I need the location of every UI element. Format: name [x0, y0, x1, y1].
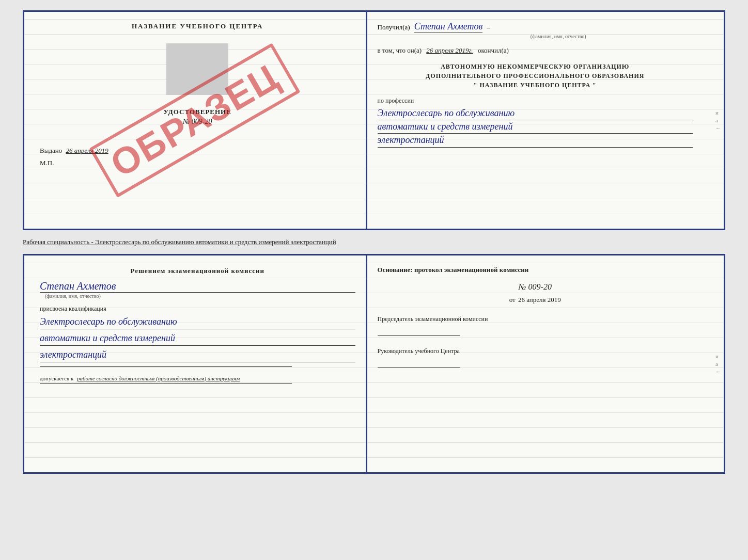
- dopusk-prefix: допускается к: [40, 375, 73, 381]
- chairman-block: Председатель экзаменационной комиссии: [378, 314, 693, 336]
- prof-block: по профессии Электрослесарь по обслужива…: [378, 97, 693, 148]
- qual-line2: автоматики и средств измерений: [40, 331, 355, 346]
- side-decorations: и а ←: [715, 109, 721, 131]
- cert-title: НАЗВАНИЕ УЧЕБНОГО ЦЕНТРА: [40, 22, 355, 30]
- middle-specialty-text: Рабочая специальность - Электрослесарь п…: [23, 235, 725, 249]
- qual-line3: электростанций: [40, 348, 355, 362]
- protocol-date-prefix: от: [509, 296, 516, 303]
- received-name: Степан Ахметов: [414, 21, 483, 33]
- cert-type-label: УДОСТОВЕРЕНИЕ: [40, 108, 355, 116]
- chairman-label: Председатель экзаменационной комиссии: [378, 314, 693, 324]
- photo-placeholder: [166, 43, 228, 95]
- fio-subtitle-bottom: (фамилия, имя, отчество): [45, 293, 355, 299]
- top-left-page: НАЗВАНИЕ УЧЕБНОГО ЦЕНТРА УДОСТОВЕРЕНИЕ №…: [24, 12, 367, 229]
- org-block: АВТОНОМНУЮ НЕКОММЕРЧЕСКУЮ ОРГАНИЗАЦИЮ ДО…: [378, 62, 693, 90]
- dopusk-line: допускается к работе согласно должностны…: [40, 375, 355, 381]
- issued-line: Выдано 26 апреля 2019: [40, 147, 355, 155]
- vtom-label: в том, что он(а): [378, 46, 422, 54]
- assigned-label: присвоена квалификация: [40, 305, 355, 313]
- received-label: Получил(а): [378, 23, 410, 31]
- decision-title: Решением экзаменационной комиссии: [40, 266, 355, 276]
- prof-line3: электростанций: [378, 134, 693, 147]
- vtom-date: 26 апреля 2019г.: [426, 46, 473, 54]
- vtom-line: в том, что он(а) 26 апреля 2019г. окончи…: [378, 46, 693, 55]
- issued-label: Выдано: [40, 147, 62, 154]
- protocol-number: № 009-20: [378, 282, 693, 292]
- prof-label: по профессии: [378, 97, 693, 105]
- prof-line2: автоматики и средств измерений: [378, 120, 693, 134]
- okончил-label: окончил(а): [478, 46, 509, 54]
- side-decorations-bottom: и а ←: [715, 353, 721, 375]
- bottom-certificate-book: Решением экзаменационной комиссии Степан…: [23, 254, 725, 474]
- director-block: Руководитель учебного Центра: [378, 346, 693, 368]
- qual-line1: Электрослесарь по обслуживанию: [40, 315, 355, 329]
- received-row: Получил(а) Степан Ахметов –: [378, 21, 693, 33]
- person-name: Степан Ахметов: [40, 280, 355, 293]
- director-signature-line: [378, 358, 460, 368]
- org-line1: АВТОНОМНУЮ НЕКОММЕРЧЕСКУЮ ОРГАНИЗАЦИЮ: [378, 62, 693, 71]
- org-line3: " НАЗВАНИЕ УЧЕБНОГО ЦЕНТРА ": [378, 81, 693, 90]
- org-line2: ДОПОЛНИТЕЛЬНОГО ПРОФЕССИОНАЛЬНОГО ОБРАЗО…: [378, 71, 693, 81]
- protocol-date-value: 26 апреля 2019: [518, 296, 561, 303]
- osnov-label: Основание: протокол экзаменационной коми…: [378, 265, 693, 275]
- issued-date: 26 апреля 2019: [66, 147, 108, 154]
- top-right-page: Получил(а) Степан Ахметов – (фамилия, им…: [367, 12, 724, 229]
- cert-number: № 009-20: [40, 118, 355, 126]
- bottom-left-page: Решением экзаменационной комиссии Степан…: [24, 255, 367, 472]
- fio-subtitle-top: (фамилия, имя, отчество): [424, 34, 693, 39]
- bottom-right-page: Основание: протокол экзаменационной коми…: [367, 255, 724, 472]
- director-label: Руководитель учебного Центра: [378, 346, 693, 356]
- dopusk-value: работе согласно должностным (производств…: [77, 375, 240, 381]
- prof-line1: Электрослесарь по обслуживанию: [378, 107, 693, 120]
- dopusk-underline: [40, 383, 292, 384]
- qual-underline: [40, 366, 292, 367]
- mp-label: М.П.: [40, 159, 355, 167]
- cert-type-section: УДОСТОВЕРЕНИЕ № 009-20: [40, 108, 355, 126]
- chairman-signature-line: [378, 326, 460, 336]
- protocol-date: от 26 апреля 2019: [378, 296, 693, 304]
- top-certificate-book: НАЗВАНИЕ УЧЕБНОГО ЦЕНТРА УДОСТОВЕРЕНИЕ №…: [23, 10, 725, 230]
